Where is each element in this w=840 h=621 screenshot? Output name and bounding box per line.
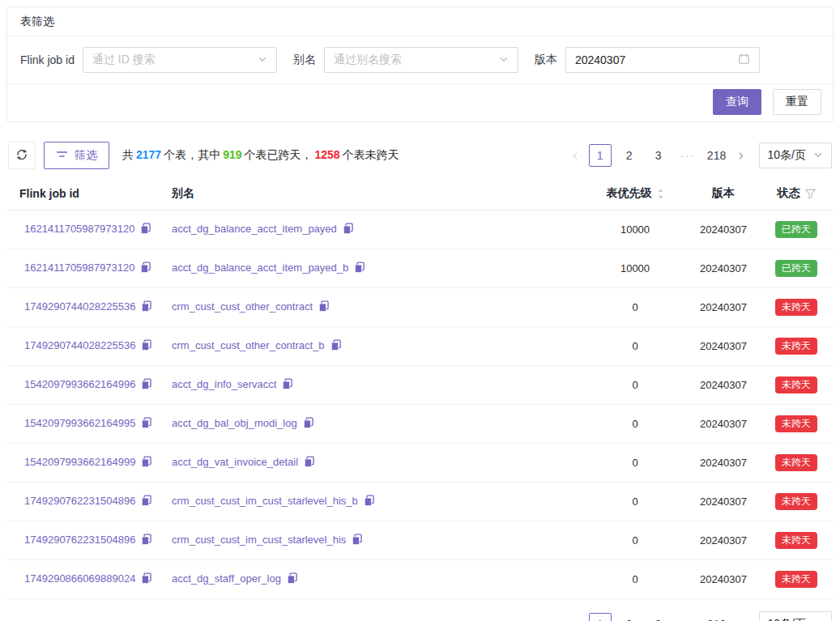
refresh-icon — [15, 148, 28, 164]
alias-link[interactable]: acct_dg_bal_obj_modi_log — [172, 417, 297, 429]
col-header-job-id: Flink job id — [6, 177, 165, 211]
table-row: 1749290744028225536crm_cust_cust_other_c… — [6, 288, 834, 327]
copy-icon[interactable] — [141, 495, 152, 509]
alias-link[interactable]: acct_dg_balance_acct_item_payed — [172, 223, 337, 235]
page-number-2[interactable]: 2 — [618, 144, 641, 167]
alias-link[interactable]: crm_cust_cust_other_contract_b — [172, 339, 325, 351]
copy-icon[interactable] — [140, 223, 151, 237]
copy-icon[interactable] — [304, 456, 315, 470]
uncrossed-count: 1258 — [315, 148, 340, 161]
reset-button[interactable]: 重置 — [773, 89, 821, 115]
status-badge: 未跨天 — [775, 338, 817, 355]
chevron-down-icon — [813, 149, 823, 162]
sorter-icon[interactable] — [657, 188, 664, 200]
copy-icon[interactable] — [141, 534, 152, 548]
job-id-link[interactable]: 1749290744028225536 — [24, 300, 135, 313]
status-badge: 未跨天 — [775, 532, 817, 549]
col-header-version: 版本 — [688, 177, 759, 211]
version-date-picker[interactable]: 20240307 — [565, 47, 760, 73]
job-id-link[interactable]: 1542097993662164996 — [24, 378, 135, 390]
job-id-link[interactable]: 1542097993662164995 — [24, 417, 135, 429]
priority-cell: 0 — [582, 560, 688, 599]
job-id-select[interactable]: 通过 ID 搜索 — [83, 47, 277, 73]
page-size-select[interactable]: 10条/页 — [759, 611, 832, 621]
status-badge: 未跨天 — [775, 571, 817, 588]
table-row: 1542097993662164999acct_dg_vat_invoice_d… — [6, 444, 834, 483]
query-button[interactable]: 查询 — [713, 89, 761, 115]
alias-link[interactable]: acct_dg_info_servacct — [172, 378, 276, 390]
table-row: 1749290762231504896crm_cust_cust_im_cust… — [6, 521, 834, 560]
version-cell: 20240307 — [688, 444, 759, 483]
copy-icon[interactable] — [141, 572, 152, 587]
prev-page-button[interactable] — [566, 144, 586, 167]
filter-toggle-label: 筛选 — [75, 148, 97, 163]
page-number-1[interactable]: 1 — [589, 613, 612, 621]
prev-page-button[interactable] — [566, 613, 586, 621]
filter-toggle-button[interactable]: 筛选 — [44, 142, 109, 169]
filter-lines-icon — [56, 149, 68, 162]
refresh-button[interactable] — [8, 142, 36, 169]
page-number-218[interactable]: 218 — [706, 613, 728, 621]
job-id-link[interactable]: 1749290866069889024 — [24, 572, 135, 585]
next-page-button[interactable] — [731, 613, 751, 621]
priority-cell: 0 — [582, 366, 688, 405]
priority-cell: 0 — [582, 444, 688, 483]
version-cell: 20240307 — [688, 211, 759, 249]
copy-icon[interactable] — [364, 495, 375, 509]
crossed-count: 919 — [223, 148, 241, 161]
page-size-select[interactable]: 10条/页 — [759, 142, 832, 168]
page-number-2[interactable]: 2 — [618, 613, 641, 621]
copy-icon[interactable] — [140, 262, 151, 276]
table-row: 1621411705987973120acct_dg_balance_acct_… — [6, 211, 834, 249]
job-id-link[interactable]: 1749290762231504896 — [24, 534, 135, 546]
alias-link[interactable]: crm_cust_cust_im_cust_starlevel_his_b — [172, 495, 358, 507]
page-ellipsis: ··· — [676, 144, 699, 167]
table-row: 1542097993662164996acct_dg_info_servacct… — [6, 366, 834, 405]
job-id-link[interactable]: 1621411705987973120 — [24, 262, 134, 274]
copy-icon[interactable] — [282, 378, 293, 393]
copy-icon[interactable] — [141, 417, 152, 432]
copy-icon[interactable] — [141, 300, 152, 315]
alias-link[interactable]: acct_dg_vat_invoice_detail — [172, 456, 298, 468]
copy-icon[interactable] — [330, 339, 342, 354]
copy-icon[interactable] — [141, 456, 152, 470]
filter-card-title: 表筛选 — [7, 7, 833, 36]
page-number-1[interactable]: 1 — [589, 144, 612, 167]
status-badge: 未跨天 — [775, 415, 817, 432]
copy-icon[interactable] — [287, 572, 298, 587]
chevron-down-icon — [813, 618, 823, 621]
page-number-3[interactable]: 3 — [647, 613, 670, 621]
job-id-link[interactable]: 1621411705987973120 — [24, 223, 134, 235]
pagination: 123···21810条/页 — [566, 611, 832, 621]
copy-icon[interactable] — [318, 300, 330, 315]
page-number-218[interactable]: 218 — [706, 144, 728, 167]
status-badge: 未跨天 — [775, 376, 817, 393]
next-page-button[interactable] — [731, 144, 751, 167]
copy-icon[interactable] — [141, 339, 152, 354]
alias-link[interactable]: crm_cust_cust_im_cust_starlevel_his — [172, 534, 346, 546]
page-number-3[interactable]: 3 — [647, 144, 670, 167]
filter-item-version: 版本 20240307 — [535, 47, 760, 73]
priority-cell: 0 — [582, 483, 688, 521]
copy-icon[interactable] — [303, 417, 314, 432]
copy-icon[interactable] — [354, 262, 365, 276]
alias-select[interactable]: 通过别名搜索 — [324, 47, 518, 73]
alias-link[interactable]: crm_cust_cust_other_contract — [172, 300, 313, 313]
table-row: 1749290762231504896crm_cust_cust_im_cust… — [6, 483, 834, 521]
table-row: 1621411705987973120acct_dg_balance_acct_… — [6, 249, 834, 288]
job-id-link[interactable]: 1749290762231504896 — [24, 495, 135, 507]
priority-cell: 10000 — [582, 249, 688, 288]
status-badge: 未跨天 — [775, 454, 817, 471]
copy-icon[interactable] — [352, 534, 363, 548]
job-id-link[interactable]: 1749290744028225536 — [24, 339, 135, 351]
job-id-link[interactable]: 1542097993662164999 — [24, 456, 135, 468]
filter-funnel-icon[interactable] — [805, 189, 816, 199]
copy-icon[interactable] — [141, 378, 152, 393]
version-cell: 20240307 — [688, 288, 759, 327]
version-cell: 20240307 — [688, 560, 759, 599]
alias-link[interactable]: acct_dg_staff_oper_log — [172, 572, 281, 585]
page: 表筛选 Flink job id 通过 ID 搜索 别名 通过别名搜索 — [0, 0, 840, 621]
copy-icon[interactable] — [343, 223, 354, 237]
alias-link[interactable]: acct_dg_balance_acct_item_payed_b — [172, 262, 348, 274]
job-id-label: Flink job id — [20, 53, 75, 66]
